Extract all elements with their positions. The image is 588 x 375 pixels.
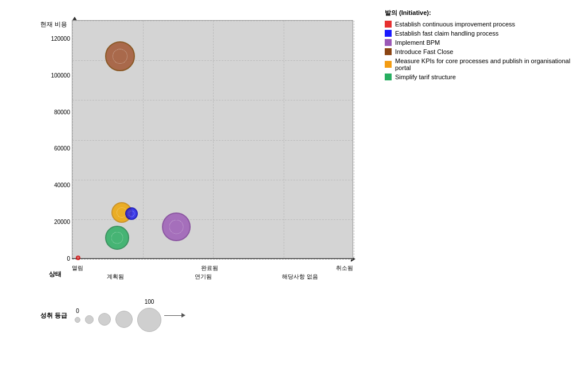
bubble-inner-bpm xyxy=(169,219,184,234)
x-axis-main-label: 상태 xyxy=(49,270,61,279)
legend-color-bpm xyxy=(385,39,392,46)
scale-bubble-wrap-3 xyxy=(115,303,133,328)
bubble-fast-close xyxy=(105,41,135,71)
scale-bubble-1 xyxy=(85,315,94,324)
bubble-inner-fast-claim xyxy=(128,211,134,217)
y-axis-label: 현재 비용 xyxy=(40,20,67,29)
legend-color-fast-close xyxy=(385,48,392,55)
scale-bubble-3 xyxy=(115,311,133,328)
legend-label-kpi: Measure KPIs for core processes and publ… xyxy=(395,57,582,71)
grid-line-v-4 xyxy=(354,21,354,258)
y-tick-60000: 60000 xyxy=(45,145,70,152)
y-tick-120000: 120000 xyxy=(45,35,70,41)
main-container: 현재 비용 020000400006000080000100000120000 … xyxy=(0,0,588,375)
bubble-tarif xyxy=(105,226,129,250)
grid-line-h-3 xyxy=(72,140,353,141)
grid-line-h-4 xyxy=(72,180,353,180)
legend-item-tarif: Simplify tarif structure xyxy=(385,74,582,80)
legend-item-fast-close: Introduce Fast Close xyxy=(385,48,582,55)
y-tick-20000: 20000 xyxy=(45,219,70,225)
scale-bubble-4 xyxy=(137,308,161,332)
chart-wrapper: 현재 비용 020000400006000080000100000120000 … xyxy=(40,9,373,313)
legend-item-continuous: Establish continuous improvement process xyxy=(385,21,582,28)
grid-line-v-1 xyxy=(143,21,144,258)
x-label-done: 완료됨 xyxy=(201,264,218,272)
scale-num-label-0: 0 xyxy=(76,308,79,316)
y-tick-80000: 80000 xyxy=(45,109,70,115)
x-label-open: 열림 xyxy=(72,264,83,272)
x-sublabel-na: 해당사항 없음 xyxy=(282,273,318,281)
scale-legend-label: 성취 등급 xyxy=(40,311,67,320)
legend-color-tarif xyxy=(385,74,392,80)
scale-num-label-4: 100 xyxy=(145,299,154,307)
bubble-bpm xyxy=(162,212,191,241)
legend-items: Establish continuous improvement process… xyxy=(385,21,582,80)
scale-bubble-wrap-1 xyxy=(85,307,94,324)
legend-item-kpi: Measure KPIs for core processes and publ… xyxy=(385,57,582,71)
scale-line-ext xyxy=(164,315,181,316)
grid-line-v-0 xyxy=(72,21,73,258)
scale-legend: 성취 등급 0100 xyxy=(40,299,185,332)
grid-line-h-6 xyxy=(72,259,353,260)
legend-item-fast-claim: Establish fast claim handling process xyxy=(385,30,582,37)
scale-bubble-wrap-2 xyxy=(98,305,111,326)
bubble-inner-fast-close xyxy=(113,49,127,64)
x-sublabel-planned: 계획됨 xyxy=(107,273,124,281)
x-label-cancel: 취소됨 xyxy=(336,264,353,272)
legend-color-fast-claim xyxy=(385,30,392,37)
scale-axis xyxy=(164,313,185,318)
legend-area: 발의 (Initiative): Establish continuous im… xyxy=(379,0,588,375)
scale-bubble-wrap-4: 100 xyxy=(137,299,161,332)
x-status-sub-labels: 계획됨 연기됨 해당사항 없음 xyxy=(72,273,353,281)
scale-bubbles: 0100 xyxy=(75,299,161,332)
scale-bubble-2 xyxy=(98,313,111,326)
y-tick-0: 0 xyxy=(45,256,70,262)
legend-label-fast-claim: Establish fast claim handling process xyxy=(395,30,498,37)
legend-title: 발의 (Initiative): xyxy=(385,9,582,17)
chart-area: 현재 비용 020000400006000080000100000120000 … xyxy=(0,0,379,375)
bubble-inner-tarif xyxy=(111,231,123,243)
legend-item-bpm: Implement BPM xyxy=(385,39,582,46)
x-sublabel-delayed: 연기됨 xyxy=(195,273,212,281)
legend-label-fast-close: Introduce Fast Close xyxy=(395,48,454,55)
x-axis-line xyxy=(72,258,353,259)
y-tick-40000: 40000 xyxy=(45,182,70,188)
legend-color-continuous xyxy=(385,21,392,28)
bubble-fast-claim xyxy=(125,207,138,220)
bubble-inner-continuous xyxy=(77,257,79,259)
scale-arrow-head xyxy=(181,313,185,318)
legend-label-tarif: Simplify tarif structure xyxy=(395,74,456,80)
grid-line-h-0 xyxy=(72,21,353,21)
legend-color-kpi xyxy=(385,61,392,68)
legend-label-continuous: Establish continuous improvement process xyxy=(395,21,515,28)
bubble-continuous xyxy=(76,256,80,260)
grid-line-v-3 xyxy=(284,21,284,258)
legend-label-bpm: Implement BPM xyxy=(395,39,440,46)
scale-bubble-0 xyxy=(75,317,80,323)
grid-line-v-2 xyxy=(213,21,214,258)
scale-bubble-wrap-0: 0 xyxy=(75,308,80,323)
grid-line-h-2 xyxy=(72,100,353,100)
x-status-top-labels: 열림 완료됨 취소됨 xyxy=(72,264,353,272)
y-tick-100000: 100000 xyxy=(45,72,70,78)
chart-plot-area xyxy=(72,20,353,258)
